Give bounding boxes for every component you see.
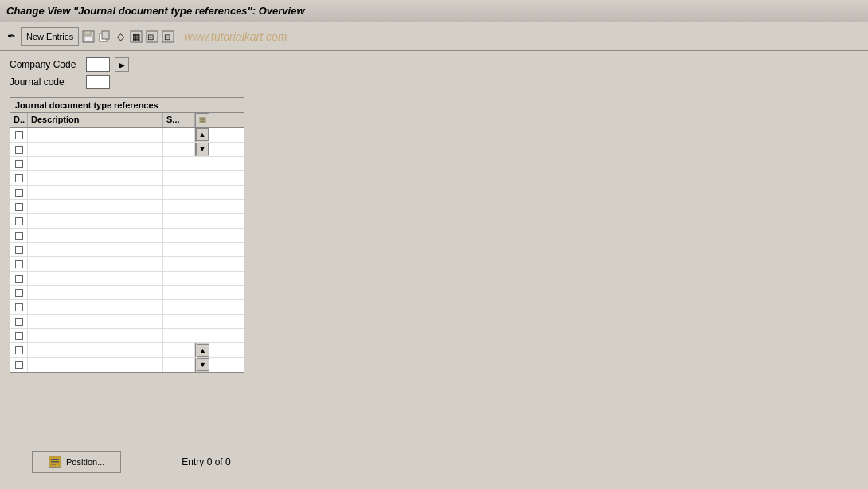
row-select-cell[interactable]: [10, 229, 28, 242]
row-description-cell: [28, 286, 163, 299]
bottom-bar: Position... Entry 0 of 0: [0, 451, 868, 473]
table-row: ▼: [10, 143, 244, 157]
row-status-cell: [163, 358, 195, 372]
row-checkbox[interactable]: [15, 146, 23, 154]
table-row: ▲: [10, 343, 244, 358]
company-code-lookup-button[interactable]: ▶: [115, 57, 129, 72]
pen-icon: ✒: [5, 30, 18, 43]
position-button[interactable]: Position...: [32, 451, 121, 473]
new-entries-button[interactable]: New Entries: [21, 27, 79, 46]
journal-table: Journal document type references D.. Des…: [10, 97, 244, 373]
row-checkbox[interactable]: [15, 332, 23, 340]
row-checkbox[interactable]: [15, 303, 23, 311]
row-checkbox[interactable]: [15, 318, 23, 326]
row-status-cell: [163, 128, 195, 142]
row-status-cell: [163, 229, 195, 242]
row-checkbox[interactable]: [15, 217, 23, 225]
svg-text:▦: ▦: [132, 32, 140, 41]
row-select-cell[interactable]: [10, 143, 28, 156]
row-status-cell: [163, 257, 195, 271]
table-row: [10, 243, 244, 257]
row-select-cell[interactable]: [10, 200, 28, 213]
row-description-cell: [28, 243, 163, 256]
position-label: Position...: [66, 457, 104, 467]
bottom-scroll-up-button[interactable]: ▲: [197, 344, 209, 357]
table-row: [10, 214, 244, 229]
row-select-cell[interactable]: [10, 315, 28, 328]
row-status-cell: [163, 300, 195, 314]
row-status-cell: [163, 329, 195, 342]
watermark-text: www.tutorialkart.com: [184, 30, 287, 43]
row-select-cell[interactable]: [10, 343, 28, 357]
table-with-scroll: D.. Description S...: [10, 113, 244, 372]
row-description-cell: [28, 157, 163, 170]
table-row: [10, 229, 244, 243]
row-checkbox[interactable]: [15, 260, 23, 268]
company-code-row: Company Code ▶: [10, 57, 858, 72]
table-row: [10, 272, 244, 286]
row-status-cell: [163, 143, 195, 156]
copy-icon[interactable]: [98, 30, 111, 43]
company-code-input[interactable]: [86, 57, 110, 72]
table-row: [10, 200, 244, 214]
table-row: [10, 329, 244, 343]
svg-rect-16: [51, 459, 59, 460]
row-select-cell[interactable]: [10, 257, 28, 271]
svg-rect-13: [200, 119, 205, 120]
row-checkbox[interactable]: [15, 232, 23, 240]
svg-rect-4: [102, 31, 109, 39]
row-select-cell[interactable]: [10, 272, 28, 285]
check-icon[interactable]: ▦: [130, 30, 143, 43]
table-row: [10, 257, 244, 272]
row-checkbox[interactable]: [15, 246, 23, 254]
row-description-cell: [28, 329, 163, 342]
undo-icon[interactable]: ◇: [114, 30, 127, 43]
row-status-cell: [163, 315, 195, 328]
row-select-cell[interactable]: [10, 243, 28, 256]
position-icon: [49, 456, 61, 468]
row-description-cell: [28, 200, 163, 213]
scroll-up-button[interactable]: ▲: [196, 128, 209, 141]
row-select-cell[interactable]: [10, 171, 28, 185]
row-select-cell[interactable]: [10, 186, 28, 199]
new-entries-label: New Entries: [26, 32, 73, 41]
row-checkbox[interactable]: [15, 189, 23, 197]
row-checkbox[interactable]: [15, 361, 23, 369]
table-row: [10, 286, 244, 300]
entry-count: Entry 0 of 0: [182, 456, 230, 467]
bottom-scroll-down-button[interactable]: ▼: [197, 358, 209, 371]
row-select-cell[interactable]: [10, 214, 28, 228]
row-select-cell[interactable]: [10, 358, 28, 372]
row-description-cell: [28, 186, 163, 199]
row-status-cell: [163, 243, 195, 256]
table-row: [10, 157, 244, 171]
row-checkbox[interactable]: [15, 346, 23, 354]
scroll-down-button[interactable]: ▼: [196, 143, 209, 155]
row-select-cell[interactable]: [10, 128, 28, 142]
row-checkbox[interactable]: [15, 275, 23, 283]
table-rows-area: D.. Description S...: [10, 113, 244, 372]
row-checkbox[interactable]: [15, 160, 23, 168]
svg-rect-1: [84, 31, 91, 35]
row-checkbox[interactable]: [15, 131, 23, 139]
row-checkbox[interactable]: [15, 203, 23, 211]
table-row: ▲: [10, 128, 244, 143]
table-body: ▲ ▼: [10, 128, 244, 372]
row-select-cell[interactable]: [10, 329, 28, 342]
row-select-cell[interactable]: [10, 300, 28, 314]
refresh-icon[interactable]: ⊞: [146, 30, 158, 43]
svg-rect-12: [200, 118, 205, 119]
export-icon[interactable]: ⊟: [162, 30, 174, 43]
row-checkbox[interactable]: [15, 174, 23, 182]
save-icon[interactable]: [82, 30, 95, 43]
row-status-cell: [163, 157, 195, 170]
table-header: D.. Description S...: [10, 113, 244, 128]
journal-code-input[interactable]: [86, 75, 110, 89]
table-row: [10, 300, 244, 315]
row-description-cell: [28, 128, 163, 142]
col-settings-button[interactable]: [195, 113, 209, 127]
row-checkbox[interactable]: [15, 289, 23, 297]
col-header-status: S...: [163, 113, 195, 127]
row-select-cell[interactable]: [10, 157, 28, 170]
row-select-cell[interactable]: [10, 286, 28, 299]
